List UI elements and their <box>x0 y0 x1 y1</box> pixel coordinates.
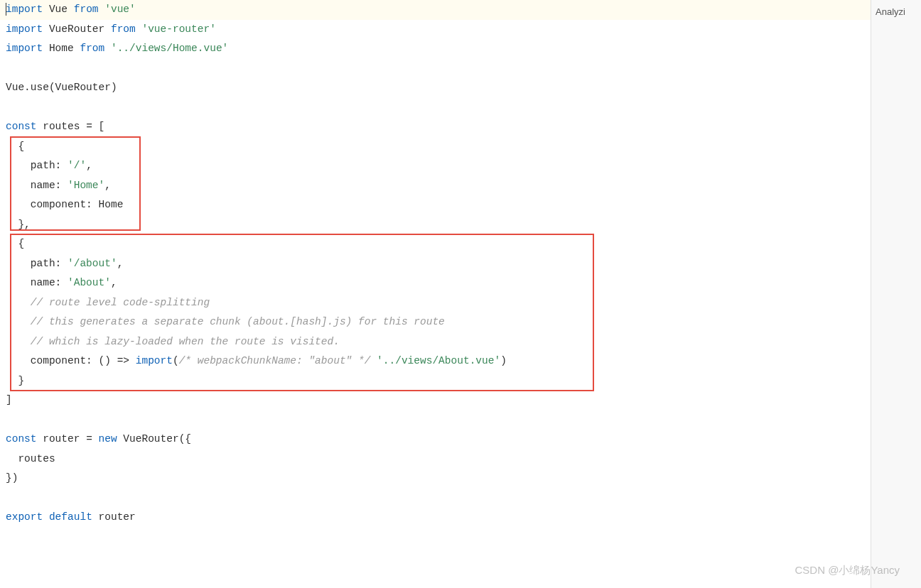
identifier: path: <box>6 160 68 171</box>
code-line[interactable]: routes <box>6 450 871 469</box>
code-line-empty[interactable] <box>6 59 871 79</box>
code-line[interactable]: }, <box>6 215 871 235</box>
identifier: ] <box>6 394 12 405</box>
code-line[interactable]: // route level code-splitting <box>6 293 871 313</box>
string: '/about' <box>68 258 117 269</box>
code-line[interactable]: const router = new VueRouter({ <box>6 430 871 450</box>
code-line[interactable]: }) <box>6 469 871 489</box>
comment: /* webpackChunkName: "about" */ <box>179 355 371 366</box>
identifier: router <box>92 511 136 523</box>
code-line-empty[interactable] <box>6 98 871 118</box>
identifier: router = <box>37 433 99 445</box>
code-line[interactable]: component: Home <box>6 195 871 215</box>
code-line[interactable]: name: 'Home', <box>6 176 871 196</box>
string: 'Home' <box>68 180 104 191</box>
identifier: { <box>6 141 24 152</box>
code-editor[interactable]: import Vue from 'vue' import VueRouter f… <box>0 0 871 588</box>
code-line[interactable]: component: () => import(/* webpackChunkN… <box>6 352 871 371</box>
identifier: name: <box>6 277 68 288</box>
keyword: const <box>6 121 37 132</box>
code-line[interactable]: { <box>6 234 871 254</box>
keyword: from <box>111 23 136 35</box>
comment: // which is lazy-loaded when the route i… <box>31 336 340 347</box>
string: '/' <box>68 160 86 171</box>
punct: ) <box>500 355 507 366</box>
code-line[interactable]: name: 'About', <box>6 273 871 293</box>
keyword: const <box>6 433 37 445</box>
code-line[interactable]: Vue.use(VueRouter) <box>6 78 871 98</box>
punct: , <box>104 180 111 191</box>
keyword: export <box>6 511 43 523</box>
code-line[interactable]: export default router <box>6 508 871 528</box>
code-line[interactable]: import VueRouter from 'vue-router' <box>6 20 871 40</box>
string: 'vue' <box>104 4 136 15</box>
identifier: component: () => <box>6 355 136 366</box>
keyword: import <box>6 43 43 54</box>
keyword: from <box>80 43 104 54</box>
code-line[interactable]: } <box>6 371 871 391</box>
code-line-empty[interactable] <box>6 489 871 508</box>
string: 'About' <box>68 277 111 288</box>
identifier: name: <box>6 180 68 191</box>
keyword: import <box>136 355 173 366</box>
comment: // this generates a separate chunk (abou… <box>31 316 445 327</box>
identifier: routes = [ <box>37 121 105 132</box>
identifier: Vue <box>43 4 74 15</box>
right-sidebar: Analyzi <box>871 0 921 588</box>
punct: ( <box>173 355 179 366</box>
keyword: import <box>6 23 43 35</box>
string: 'vue-router' <box>141 23 215 35</box>
code-line-empty[interactable] <box>6 410 871 430</box>
punct: , <box>86 160 92 171</box>
code-line[interactable]: ] <box>6 391 871 410</box>
identifier: Vue.use(VueRouter) <box>6 82 117 93</box>
code-line[interactable]: path: '/about', <box>6 254 871 274</box>
code-line[interactable]: import Home from '../views/Home.vue' <box>6 39 871 59</box>
keyword: from <box>74 4 99 15</box>
identifier: } <box>6 375 24 386</box>
analyzing-label: Analyzi <box>876 2 905 22</box>
keyword: import <box>6 4 43 15</box>
identifier: Home <box>43 43 80 54</box>
code-line[interactable]: { <box>6 137 871 157</box>
identifier: path: <box>6 258 68 269</box>
identifier: }, <box>6 219 31 230</box>
keyword: default <box>49 511 92 523</box>
code-line[interactable]: path: '/', <box>6 156 871 176</box>
identifier: VueRouter <box>43 23 111 35</box>
code-line[interactable]: const routes = [ <box>6 117 871 137</box>
string: '../views/Home.vue' <box>111 43 228 54</box>
code-line[interactable]: import Vue from 'vue' <box>0 0 871 20</box>
punct: , <box>117 258 124 269</box>
identifier: }) <box>6 472 18 484</box>
punct: , <box>111 277 117 288</box>
comment: // route level code-splitting <box>31 297 210 308</box>
identifier: component: Home <box>6 199 123 210</box>
identifier: { <box>6 238 24 249</box>
code-line[interactable]: // which is lazy-loaded when the route i… <box>6 332 871 352</box>
identifier: VueRouter({ <box>117 433 191 445</box>
identifier: routes <box>6 453 55 464</box>
code-line[interactable]: // this generates a separate chunk (abou… <box>6 312 871 332</box>
string: '../views/About.vue' <box>377 355 500 366</box>
keyword: new <box>99 433 117 445</box>
